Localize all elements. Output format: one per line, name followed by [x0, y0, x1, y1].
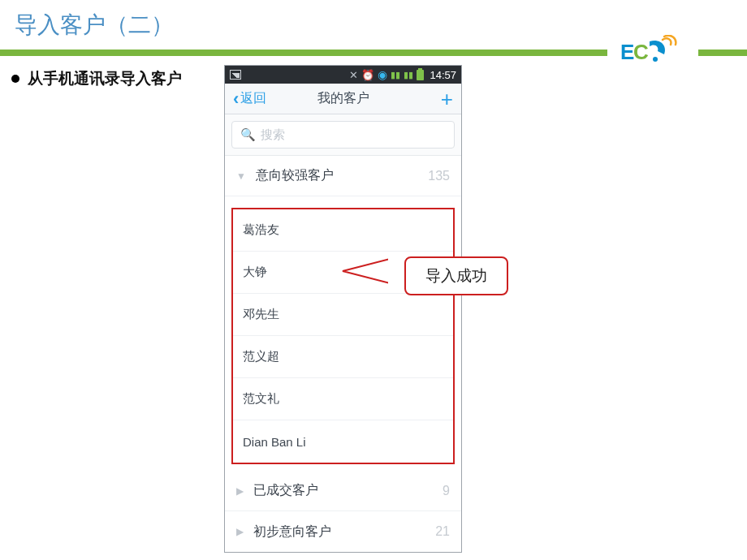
mute-icon: ✕ — [349, 69, 358, 81]
wifi-icon: ◉ — [378, 68, 387, 81]
contact-row[interactable]: 邓先生 — [233, 294, 453, 336]
back-label: 返回 — [240, 90, 266, 107]
group-row-collapsed[interactable]: ▶ 初步意向客户 21 — [225, 511, 461, 552]
signal-icon: ▮▮ — [391, 70, 400, 80]
callout: 导入成功 — [357, 256, 508, 295]
android-status-bar: ✕ ⏰ ◉ ▮▮ ▮▮ 14:57 — [225, 66, 461, 84]
picture-icon — [230, 70, 241, 80]
phone-screenshot: ✕ ⏰ ◉ ▮▮ ▮▮ 14:57 ‹ 返回 我的客户 + 🔍 搜索 ▼ 意向较… — [224, 65, 462, 553]
chevron-right-icon: ▶ — [236, 526, 244, 537]
svg-text:E: E — [620, 40, 634, 64]
callout-label: 导入成功 — [404, 256, 508, 295]
logo: E C — [607, 35, 689, 71]
group-name: 意向较强客户 — [256, 167, 334, 184]
chevron-left-icon: ‹ — [233, 90, 239, 108]
page-title: 我的客户 — [317, 90, 369, 107]
contact-row[interactable]: Dian Ban Li — [233, 420, 453, 463]
group-count: 21 — [435, 524, 450, 539]
svg-point-2 — [653, 57, 658, 62]
search-input[interactable]: 🔍 搜索 — [231, 121, 455, 149]
svg-text:C: C — [633, 40, 649, 64]
bullet-text: 从手机通讯录导入客户 — [28, 68, 182, 89]
group-row-collapsed[interactable]: ▶ 已成交客户 9 — [225, 471, 461, 511]
search-area: 🔍 搜索 — [225, 114, 461, 156]
contact-row[interactable]: 范义超 — [233, 336, 453, 378]
group-row-expanded[interactable]: ▼ 意向较强客户 135 — [225, 156, 461, 196]
search-placeholder: 搜索 — [261, 127, 285, 143]
group-name: 初步意向客户 — [253, 523, 331, 541]
chevron-right-icon: ▶ — [236, 485, 244, 497]
add-button[interactable]: + — [441, 88, 453, 110]
highlighted-contacts: 葛浩友 大铮 邓先生 范义超 范文礼 Dian Ban Li — [231, 208, 455, 464]
group-name: 已成交客户 — [253, 482, 318, 499]
alarm-icon: ⏰ — [361, 69, 374, 81]
group-count: 9 — [443, 484, 450, 498]
signal-icon-2: ▮▮ — [404, 70, 413, 80]
contact-row[interactable]: 范文礼 — [233, 378, 453, 420]
app-nav-bar: ‹ 返回 我的客户 + — [225, 84, 461, 114]
status-time: 14:57 — [430, 69, 456, 81]
divider-bar: E C — [0, 49, 747, 57]
bullet-dot-icon — [11, 75, 19, 83]
battery-icon — [417, 70, 424, 80]
back-button[interactable]: ‹ 返回 — [233, 90, 266, 108]
group-count: 135 — [428, 169, 450, 183]
chevron-down-icon: ▼ — [236, 170, 246, 182]
search-icon: 🔍 — [240, 127, 256, 142]
contact-row[interactable]: 葛浩友 — [233, 209, 453, 252]
